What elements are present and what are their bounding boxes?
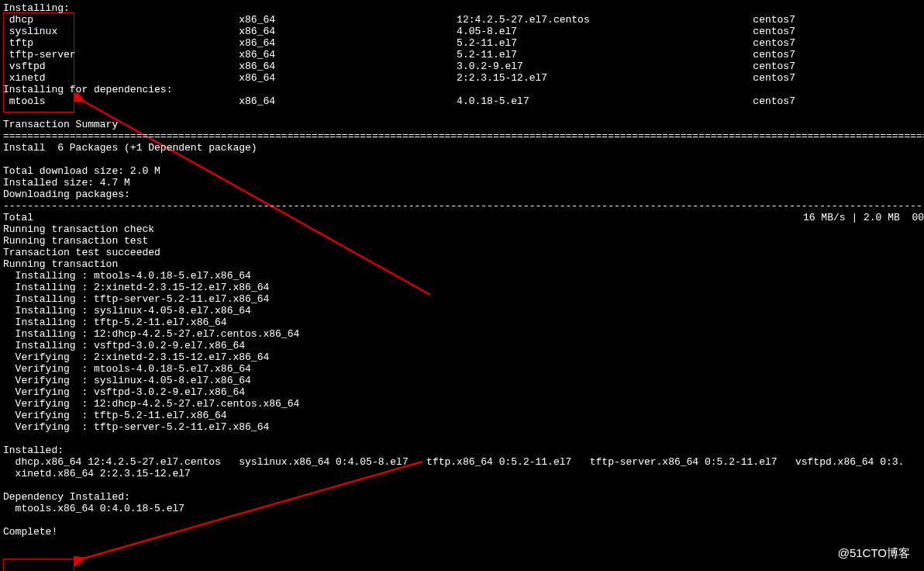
package-row: dhcp x86_64 12:4.2.5-27.el7.centos cento… [3,14,795,26]
package-row: vsftpd x86_64 3.0.2-9.el7 centos7 [3,61,795,72]
running-transaction: Running transaction [3,258,118,270]
installing-header: Installing: [3,2,70,14]
installed-size: Installed size: 4.7 M [3,177,130,189]
package-row: xinetd x86_64 2:2.3.15-12.el7 centos7 [3,72,795,84]
dep-installed-line: mtools.x86_64 0:4.0.18-5.el7 [3,503,184,514]
complete-line: Complete! [3,526,57,538]
dashes: ----------------------------------------… [3,200,924,212]
total-line: Total16 MB/s | 2.0 MB 00 [3,212,924,223]
transaction-test: Running transaction test [3,235,148,247]
install-count: Install 6 Packages (+1 Dependent package… [3,142,257,154]
dep-row: mtools x86_64 4.0.18-5.el7 centos7 [3,95,795,107]
package-row: tftp-server x86_64 5.2-11.el7 centos7 [3,49,795,61]
dep-installed-label: Dependency Installed: [3,491,130,503]
terminal-output: { "header": "Installing:", "packages": [… [0,0,924,571]
install-step: Installing : vsftpd-3.0.2-9.el7.x86_64 [3,340,245,351]
install-step: Verifying : vsftpd-3.0.2-9.el7.x86_64 [3,386,245,398]
watermark-label: @51CTO博客 [838,547,910,559]
install-step: Installing : 12:dhcp-4.2.5-27.el7.centos… [3,328,299,340]
total-speed: 16 MB/s | 2.0 MB 00 [803,212,924,223]
install-step: Verifying : mtools-4.0.18-5.el7.x86_64 [3,363,251,375]
transaction-check: Running transaction check [3,223,154,235]
total-label: Total [3,212,33,223]
package-row: syslinux x86_64 4.05-8.el7 centos7 [3,26,795,37]
install-step: Installing : tftp-5.2-11.el7.x86_64 [3,317,227,328]
divider: ========================================… [3,130,924,142]
download-size: Total download size: 2.0 M [3,165,160,177]
installed-line: xinetd.x86_64 2:2.3.15-12.el7 [3,468,191,479]
downloading-packages: Downloading packages: [3,189,130,200]
transaction-summary-title: Transaction Summary [3,119,118,130]
install-step: Installing : 2:xinetd-2.3.15-12.el7.x86_… [3,282,269,293]
transaction-test-ok: Transaction test succeeded [3,247,160,258]
install-step: Installing : syslinux-4.05-8.el7.x86_64 [3,305,251,317]
deps-header: Installing for dependencies: [3,84,172,95]
install-step: Installing : tftp-server-5.2-11.el7.x86_… [3,293,269,305]
install-step: Installing : mtools-4.0.18-5.el7.x86_64 [3,270,251,282]
package-row: tftp x86_64 5.2-11.el7 centos7 [3,37,795,49]
install-step: Verifying : 12:dhcp-4.2.5-27.el7.centos.… [3,398,299,410]
install-step: Verifying : 2:xinetd-2.3.15-12.el7.x86_6… [3,351,269,363]
installed-label: Installed: [3,445,64,456]
highlight-box-complete [3,559,74,571]
install-step: Verifying : syslinux-4.05-8.el7.x86_64 [3,375,251,386]
installed-line: dhcp.x86_64 12:4.2.5-27.el7.centos sysli… [3,456,904,468]
install-step: Verifying : tftp-5.2-11.el7.x86_64 [3,410,227,421]
install-step: Verifying : tftp-server-5.2-11.el7.x86_6… [3,421,269,433]
